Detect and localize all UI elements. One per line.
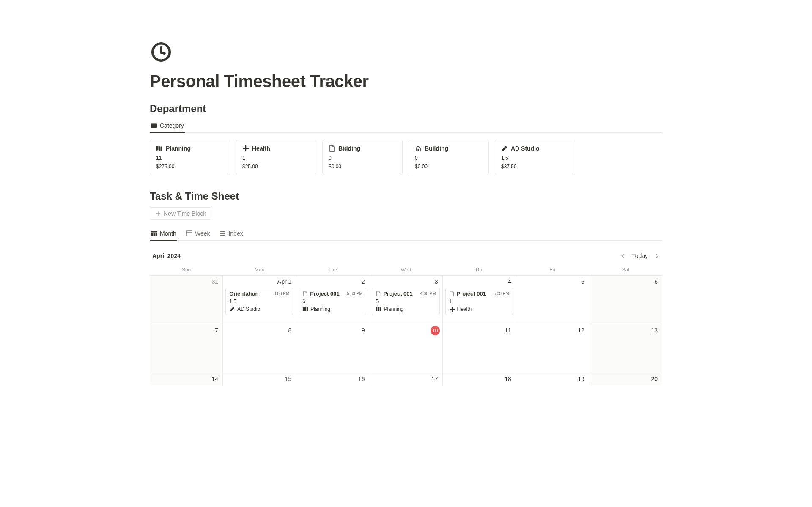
category-card[interactable]: AD Studio1.5$37.50 <box>495 140 575 175</box>
pencil-icon <box>501 145 508 152</box>
calendar-cell[interactable]: 18 <box>443 373 516 385</box>
calendar-day-number: 3 <box>435 278 438 285</box>
category-card[interactable]: Health1$25.00 <box>236 140 316 175</box>
cal-grid-icon <box>151 230 157 237</box>
calendar-day-number: 12 <box>578 327 584 334</box>
category-card-amount: $0.00 <box>329 164 396 170</box>
event-hours: 5 <box>376 299 436 304</box>
category-card-hours: 0 <box>329 155 396 161</box>
category-card-amount: $0.00 <box>415 164 483 170</box>
calendar-cell[interactable]: 13 <box>589 324 662 373</box>
category-card-name: Planning <box>166 145 191 152</box>
plus-icon <box>155 211 161 217</box>
category-card-hours: 1.5 <box>501 155 569 161</box>
page-icon <box>329 145 335 152</box>
view-tab-label: Month <box>160 230 176 237</box>
calendar-cell[interactable]: 19 <box>516 373 589 385</box>
calendar-event[interactable]: Project 0015:00 PM1Health <box>445 288 513 315</box>
category-card-hours: 11 <box>156 155 224 161</box>
calendar-nav: April 2024 Today <box>150 247 662 265</box>
prev-month-button[interactable] <box>618 251 628 261</box>
calendar-day-number: 20 <box>651 375 658 382</box>
tab-category-label: Category <box>160 122 184 129</box>
view-tab-month[interactable]: Month <box>150 227 177 240</box>
page-icon <box>150 41 173 63</box>
category-card[interactable]: Bidding0$0.00 <box>322 140 403 175</box>
doc-icon <box>449 291 455 296</box>
calendar-day-number: 7 <box>215 327 218 334</box>
calendar-cell[interactable]: 17 <box>369 373 442 385</box>
calendar-day-number: 4 <box>508 278 511 285</box>
calendar-day-number: 5 <box>581 278 584 285</box>
category-card[interactable]: Building0$0.00 <box>409 140 489 175</box>
calendar-day-number: 11 <box>505 327 511 334</box>
calendar-day-number: 13 <box>651 327 658 334</box>
next-month-button[interactable] <box>652 251 662 261</box>
calendar-day-header: Wed <box>369 265 442 275</box>
calendar-cell[interactable]: 12 <box>516 324 589 373</box>
calendar-cell[interactable]: 4Project 0015:00 PM1Health <box>443 275 516 324</box>
view-tab-week[interactable]: Week <box>185 227 211 240</box>
today-button[interactable]: Today <box>631 252 650 260</box>
calendar-day-number: 9 <box>362 327 365 334</box>
calendar-day-number: 10 <box>431 326 440 335</box>
category-card-name: Bidding <box>338 145 360 152</box>
event-hours: 1.5 <box>229 299 289 304</box>
calendar-day-headers: SunMonTueWedThuFriSat <box>150 265 662 275</box>
calendar-day-number: 2 <box>362 278 365 285</box>
calendar-cell[interactable]: 20 <box>589 373 662 385</box>
category-card-hours: 0 <box>415 155 483 161</box>
calendar-cell[interactable]: 5 <box>516 275 589 324</box>
calendar-cell[interactable]: 3Project 0014:00 PM5Planning <box>369 275 442 324</box>
category-card-amount: $37.50 <box>501 164 569 170</box>
category-card[interactable]: Planning11$275.00 <box>150 140 230 175</box>
event-hours: 6 <box>302 299 362 304</box>
calendar-cell[interactable]: 14 <box>150 373 223 385</box>
calendar-event[interactable]: Project 0014:00 PM5Planning <box>372 288 439 315</box>
calendar-cell[interactable]: 15 <box>223 373 296 385</box>
calendar-cell[interactable]: 6 <box>589 275 662 324</box>
map-icon <box>376 306 381 312</box>
calendar-cell[interactable]: 16 <box>296 373 369 385</box>
building-icon <box>415 145 422 152</box>
event-time: 8:00 PM <box>274 291 289 296</box>
calendar-day-number: 8 <box>288 327 291 334</box>
tab-category[interactable]: Category <box>150 120 185 132</box>
event-title: Project 001 <box>383 290 412 297</box>
calendar-cell[interactable]: Apr 1Orientation8:00 PM1.5AD Studio <box>223 275 296 324</box>
cal-week-icon <box>186 230 192 237</box>
view-tab-index[interactable]: Index <box>218 227 244 240</box>
event-title: Project 001 <box>457 290 486 297</box>
calendar-cell[interactable]: 11 <box>443 324 516 373</box>
event-hours: 1 <box>449 299 509 304</box>
list-icon <box>219 230 226 237</box>
calendar-cell[interactable]: 8 <box>223 324 296 373</box>
calendar-day-header: Fri <box>516 265 589 275</box>
calendar-day-number: 16 <box>358 375 365 382</box>
doc-icon <box>376 291 381 296</box>
calendar-cell[interactable]: 9 <box>296 324 369 373</box>
calendar-event[interactable]: Project 0015:30 PM6Planning <box>299 288 366 315</box>
event-category: Health <box>457 306 472 312</box>
department-heading: Department <box>150 103 662 115</box>
view-tab-label: Index <box>228 230 243 237</box>
pencil-icon <box>229 306 235 312</box>
event-time: 5:30 PM <box>347 291 362 296</box>
calendar-month-label: April 2024 <box>150 252 181 259</box>
calendar-cell[interactable]: 10 <box>369 324 442 373</box>
category-card-amount: $275.00 <box>156 164 224 170</box>
new-time-block-button[interactable]: New Time Block <box>150 207 211 220</box>
calendar-day-header: Sat <box>589 265 662 275</box>
new-time-block-label: New Time Block <box>164 210 206 217</box>
calendar-cell[interactable]: 31 <box>150 275 223 324</box>
plus-icon <box>242 145 249 152</box>
event-time: 4:00 PM <box>420 291 436 296</box>
calendar-cell[interactable]: 7 <box>150 324 223 373</box>
calendar-event[interactable]: Orientation8:00 PM1.5AD Studio <box>225 288 293 315</box>
calendar-day-number: 17 <box>431 375 438 382</box>
category-card-amount: $25.00 <box>242 164 310 170</box>
category-card-name: Building <box>425 145 448 152</box>
calendar-cell[interactable]: 2Project 0015:30 PM6Planning <box>296 275 369 324</box>
calendar-day-number: 15 <box>285 375 292 382</box>
event-title: Project 001 <box>310 290 339 297</box>
